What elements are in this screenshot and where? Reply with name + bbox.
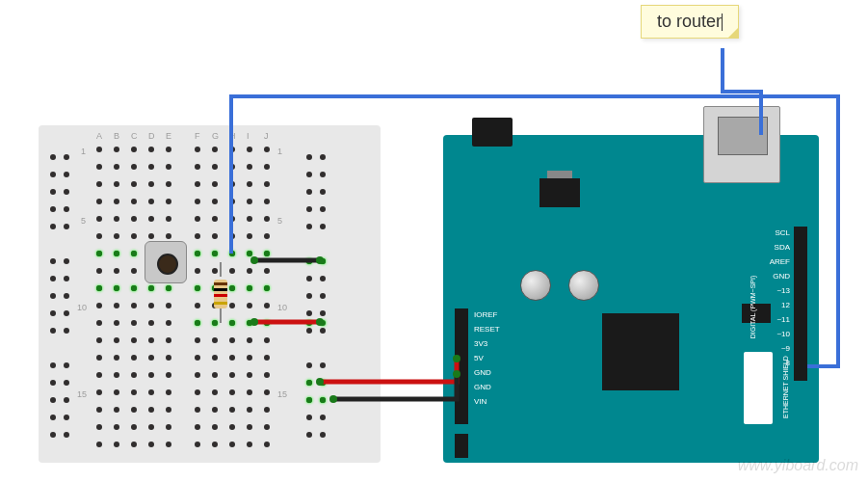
rail-hole [306, 172, 312, 177]
rail-hole [50, 328, 56, 334]
breadboard-hole [148, 181, 154, 187]
breadboard-hole [264, 303, 270, 308]
rail-hole [50, 189, 56, 195]
pin-label: GND [773, 272, 790, 281]
breadboard-hole-active [320, 380, 326, 386]
rail-hole [320, 310, 326, 316]
breadboard-hole [195, 233, 200, 239]
breadboard-hole [195, 442, 200, 447]
rail-hole [64, 189, 69, 195]
breadboard-hole [131, 181, 137, 187]
breadboard-hole [166, 147, 171, 152]
breadboard-hole-active [195, 251, 200, 256]
breadboard-hole [264, 181, 270, 187]
breadboard-hole [96, 233, 102, 239]
breadboard-hole [212, 442, 218, 447]
rail-hole [50, 224, 56, 229]
breadboard-hole [229, 303, 235, 308]
breadboard-hole [212, 216, 218, 222]
breadboard-hole [166, 303, 171, 308]
breadboard-hole [131, 320, 137, 326]
breadboard-hole [131, 337, 137, 343]
breadboard-hole [229, 147, 235, 152]
breadboard-hole [195, 389, 200, 395]
rail-hole [320, 415, 326, 420]
col-label: A [96, 131, 102, 141]
col-label: C [131, 131, 138, 141]
pin-label: SDA [775, 243, 790, 252]
breadboard-hole [195, 337, 200, 343]
breadboard-hole [148, 442, 154, 447]
rail-hole [64, 397, 69, 403]
breadboard-hole [166, 199, 171, 204]
pin-label: GND [474, 368, 491, 377]
arduino-logo-block: ARDUINO [744, 352, 773, 424]
rail-hole [320, 362, 326, 368]
breadboard-hole [247, 389, 252, 395]
breadboard-hole [195, 424, 200, 430]
breadboard-hole-active [96, 251, 102, 256]
breadboard-hole [195, 199, 200, 204]
note-text: to router [657, 12, 722, 31]
rail-hole [64, 380, 69, 386]
breadboard-hole [114, 303, 119, 308]
breadboard-hole [247, 372, 252, 378]
breadboard-hole-active [148, 285, 154, 291]
breadboard-hole [96, 424, 102, 430]
breadboard-hole [264, 389, 270, 395]
breadboard-hole [166, 355, 171, 361]
breadboard-hole [131, 355, 137, 361]
breadboard-hole [148, 199, 154, 204]
rail-hole [320, 276, 326, 281]
breadboard-hole [131, 233, 137, 239]
rail-hole [64, 310, 69, 316]
pin-label: SCL [775, 228, 790, 237]
breadboard-hole-active [114, 285, 119, 291]
breadboard-hole [166, 442, 171, 447]
rail-hole [50, 380, 56, 386]
breadboard-hole [166, 181, 171, 187]
breadboard-hole [195, 216, 200, 222]
pin-label: ~13 [776, 286, 790, 295]
breadboard-hole [212, 337, 218, 343]
breadboard-hole [229, 337, 235, 343]
breadboard-hole [96, 337, 102, 343]
pin-label: ~9 [781, 344, 790, 353]
breadboard-hole-active [229, 320, 235, 326]
breadboard-hole [264, 337, 270, 343]
breadboard-hole [131, 216, 137, 222]
breadboard-hole-active [195, 320, 200, 326]
pin-label: VIN [474, 397, 487, 406]
breadboard-hole [264, 233, 270, 239]
arduino-ethernet-shield: IOREF RESET 3V3 5V GND GND VIN SCL SDA A… [443, 135, 819, 463]
row-label: 10 [77, 303, 87, 312]
breadboard-hole [212, 407, 218, 413]
rail-hole [306, 276, 312, 281]
breadboard-hole [166, 216, 171, 222]
breadboard-hole [131, 442, 137, 447]
breadboard-hole-active [195, 285, 200, 291]
breadboard-hole [131, 164, 137, 170]
rail-hole [50, 258, 56, 264]
breadboard-hole [264, 147, 270, 152]
rail-hole [306, 328, 312, 334]
rail-hole [306, 189, 312, 195]
rail-hole [306, 415, 312, 420]
rail-hole [64, 172, 69, 177]
power-header [455, 308, 468, 424]
row-label: 5 [277, 216, 282, 226]
rail-hole [64, 224, 69, 229]
breadboard-hole [166, 337, 171, 343]
breadboard-hole [229, 389, 235, 395]
rail-hole [320, 206, 326, 212]
breadboard-hole [131, 199, 137, 204]
resistor-band-icon [214, 288, 227, 291]
pin-label: RESET [474, 325, 500, 334]
rail-hole [50, 293, 56, 299]
breadboard-hole [148, 424, 154, 430]
resistor-lead-icon [220, 308, 222, 323]
breadboard-hole [229, 407, 235, 413]
breadboard-hole [195, 407, 200, 413]
col-label: G [212, 131, 219, 141]
rail-hole [306, 206, 312, 212]
